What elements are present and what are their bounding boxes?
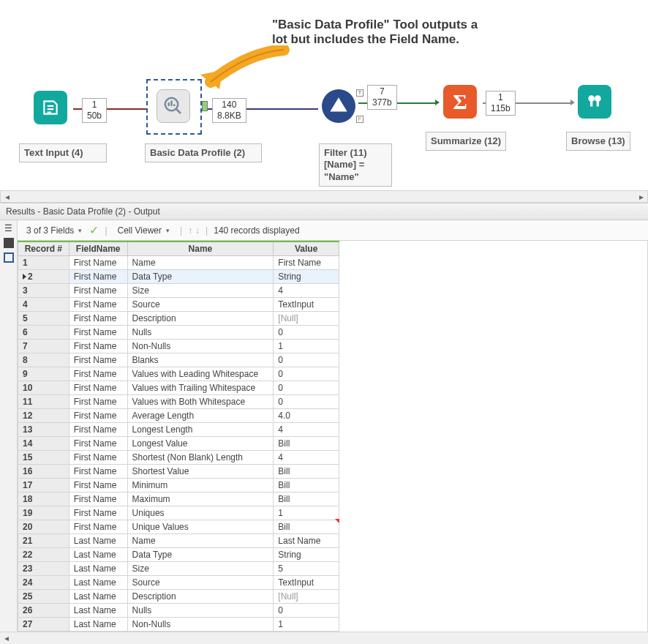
- results-scrollbar[interactable]: ◂: [0, 632, 648, 644]
- table-row[interactable]: 9First NameValues with Leading Whitespac…: [18, 367, 339, 381]
- scroll-left-icon[interactable]: ◂: [0, 633, 12, 644]
- table-row[interactable]: 17First NameMinimumBill: [18, 479, 339, 493]
- row-number-cell[interactable]: 25: [18, 590, 69, 604]
- cell[interactable]: Data Type: [127, 270, 274, 284]
- table-row[interactable]: 3First NameSize4: [18, 284, 339, 298]
- cell[interactable]: 1: [274, 506, 339, 520]
- table-row[interactable]: 25Last NameDescription[Null]: [18, 590, 339, 604]
- cell[interactable]: [Null]: [274, 312, 339, 326]
- row-number-cell[interactable]: 2: [18, 270, 69, 284]
- cell[interactable]: TextInput: [274, 298, 339, 312]
- cell[interactable]: Bill: [274, 493, 339, 506]
- table-row[interactable]: 20First NameUnique ValuesBill: [18, 520, 339, 534]
- row-number-cell[interactable]: 21: [18, 534, 69, 548]
- tool-basic-data-profile[interactable]: [157, 89, 190, 123]
- canvas-scrollbar[interactable]: ◂ ▸: [0, 190, 648, 203]
- cell[interactable]: Last Name: [69, 562, 127, 576]
- cell[interactable]: Last Name: [69, 604, 127, 618]
- table-row[interactable]: 23Last NameSize5: [18, 562, 339, 576]
- cell[interactable]: First Name: [69, 312, 127, 326]
- cell[interactable]: First Name: [69, 465, 127, 479]
- detail-icon[interactable]: [4, 252, 14, 263]
- row-number-cell[interactable]: 18: [18, 493, 69, 506]
- cell[interactable]: First Name: [69, 381, 127, 395]
- cell[interactable]: 0: [274, 353, 339, 367]
- cell[interactable]: 5: [274, 562, 339, 576]
- row-number-cell[interactable]: 9: [18, 367, 69, 381]
- cell[interactable]: 1: [274, 340, 339, 353]
- cell[interactable]: 4: [274, 423, 339, 437]
- cell[interactable]: Last Name: [69, 590, 127, 604]
- cell[interactable]: 4: [274, 284, 339, 298]
- output-anchor[interactable]: [202, 101, 208, 111]
- cell[interactable]: Last Name: [274, 534, 339, 548]
- cell[interactable]: Longest Value: [127, 437, 274, 451]
- cell[interactable]: Bill: [274, 520, 339, 534]
- cell[interactable]: TextInput: [274, 576, 339, 590]
- sort-asc-icon[interactable]: ↑: [188, 225, 192, 236]
- cell[interactable]: String: [274, 548, 339, 562]
- row-number-cell[interactable]: 13: [18, 423, 69, 437]
- cell[interactable]: Name: [127, 534, 274, 548]
- cell[interactable]: First Name: [69, 340, 127, 353]
- fields-dropdown[interactable]: 3 of 3 Fields: [22, 224, 86, 237]
- results-grid[interactable]: Record #FieldNameNameValue 1First NameNa…: [18, 241, 648, 632]
- cell[interactable]: 0: [274, 381, 339, 395]
- cell[interactable]: Unique Values: [127, 520, 274, 534]
- row-number-cell[interactable]: 23: [18, 562, 69, 576]
- cell[interactable]: 4.0: [274, 409, 339, 423]
- cell[interactable]: 0: [274, 604, 339, 618]
- row-number-cell[interactable]: 12: [18, 409, 69, 423]
- cell[interactable]: Last Name: [69, 534, 127, 548]
- row-number-cell[interactable]: 3: [18, 284, 69, 298]
- cell[interactable]: Non-Nulls: [127, 340, 274, 353]
- cell[interactable]: Nulls: [127, 326, 274, 340]
- cell[interactable]: 0: [274, 367, 339, 381]
- cell[interactable]: Description: [127, 312, 274, 326]
- cell[interactable]: Size: [127, 284, 274, 298]
- grid-icon[interactable]: [4, 238, 14, 248]
- tool-filter[interactable]: [322, 89, 355, 123]
- tool-text-input[interactable]: [34, 91, 67, 124]
- cell[interactable]: 4: [274, 451, 339, 465]
- cell[interactable]: Bill: [274, 437, 339, 451]
- table-row[interactable]: 12First NameAverage Length4.0: [18, 409, 339, 423]
- tool-browse[interactable]: [578, 85, 611, 119]
- table-row[interactable]: 13First NameLongest Length4: [18, 423, 339, 437]
- row-number-cell[interactable]: 16: [18, 465, 69, 479]
- cell[interactable]: Average Length: [127, 409, 274, 423]
- check-icon[interactable]: ✓: [89, 223, 99, 237]
- cell[interactable]: First Name: [69, 451, 127, 465]
- cell[interactable]: First Name: [69, 520, 127, 534]
- table-row[interactable]: 27Last NameNon-Nulls1: [18, 618, 339, 632]
- table-row[interactable]: 14First NameLongest ValueBill: [18, 437, 339, 451]
- cell[interactable]: Uniques: [127, 506, 274, 520]
- cell[interactable]: Longest Length: [127, 423, 274, 437]
- table-row[interactable]: 19First NameUniques1: [18, 506, 339, 520]
- column-header[interactable]: Value: [274, 242, 339, 256]
- row-number-cell[interactable]: 15: [18, 451, 69, 465]
- cell[interactable]: 0: [274, 395, 339, 409]
- cell[interactable]: First Name: [69, 353, 127, 367]
- tool-summarize[interactable]: Σ: [443, 85, 477, 119]
- cell[interactable]: Shortest (Non Blank) Length: [127, 451, 274, 465]
- cell-viewer-dropdown[interactable]: Cell Viewer: [113, 224, 174, 237]
- table-row[interactable]: 6First NameNulls0: [18, 326, 339, 340]
- cell[interactable]: First Name: [69, 367, 127, 381]
- scroll-right-icon[interactable]: ▸: [635, 191, 647, 202]
- cell[interactable]: Size: [127, 562, 274, 576]
- cell[interactable]: 0: [274, 326, 339, 340]
- cell[interactable]: Blanks: [127, 353, 274, 367]
- cell[interactable]: First Name: [69, 284, 127, 298]
- table-row[interactable]: 11First NameValues with Both Whitespace0: [18, 395, 339, 409]
- table-row[interactable]: 26Last NameNulls0: [18, 604, 339, 618]
- cell[interactable]: Name: [127, 256, 274, 270]
- cell[interactable]: Last Name: [69, 618, 127, 632]
- workflow-canvas[interactable]: 1 50b Text Input (4) 140 8.8KB Basic Dat…: [0, 0, 648, 190]
- sort-desc-icon[interactable]: ↓: [195, 225, 200, 236]
- cell[interactable]: Values with Leading Whitespace: [127, 367, 274, 381]
- column-header[interactable]: FieldName: [69, 242, 127, 256]
- cell[interactable]: Data Type: [127, 548, 274, 562]
- row-number-cell[interactable]: 20: [18, 520, 69, 534]
- cell[interactable]: Maximum: [127, 493, 274, 506]
